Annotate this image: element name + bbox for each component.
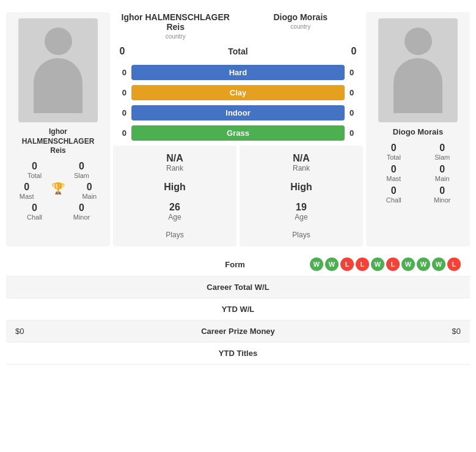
total-score-right: 0 <box>345 46 363 57</box>
player2-avatar <box>378 18 458 122</box>
hard-row: 0 Hard 0 <box>113 65 363 80</box>
ytd-wl-label: YTD W/L <box>15 305 461 314</box>
clay-score-left: 0 <box>113 88 131 97</box>
indoor-row: 0 Indoor 0 <box>113 105 363 120</box>
player2-silhouette <box>394 28 442 113</box>
clay-button[interactable]: Clay <box>131 85 345 100</box>
form-badge-w: W <box>432 257 445 271</box>
grass-score-left: 0 <box>113 128 131 138</box>
hard-score-right: 0 <box>345 68 363 77</box>
player2-chall: 0 Chall <box>371 185 417 204</box>
hard-button[interactable]: Hard <box>131 65 345 80</box>
grass-score-right: 0 <box>345 128 363 138</box>
trophy-icon-container: 🏆 <box>44 182 71 200</box>
player2-stats-grid: 0 Total 0 Slam 0 Mast 0 Main 0 Chall <box>371 143 465 204</box>
player2-plays: Plays <box>246 231 357 239</box>
grass-row: 0 Grass 0 <box>113 125 363 141</box>
player1-stats-row1: 0 Total 0 Slam <box>11 161 105 179</box>
form-badge-w: W <box>371 257 384 271</box>
career-wl-row: Career Total W/L <box>6 276 470 298</box>
player1-plays: Plays <box>119 231 230 239</box>
player1-mast: 0 Mast <box>13 182 40 200</box>
ytd-titles-row: YTD Titles <box>6 343 470 365</box>
player2-total: 0 Total <box>371 143 417 161</box>
player2-age: 19 Age <box>246 202 357 221</box>
form-badge-w: W <box>325 257 339 271</box>
middle-section: Ighor HALMENSCHLAGER Reis country Diogo … <box>113 12 363 246</box>
player2-mast: 0 Mast <box>371 164 417 182</box>
form-badge-w: W <box>310 257 323 271</box>
career-wl-label: Career Total W/L <box>15 283 461 292</box>
prize-right: $0 <box>369 327 461 336</box>
indoor-score-left: 0 <box>113 108 131 117</box>
total-score-left: 0 <box>113 46 131 57</box>
player1-header: Ighor HALMENSCHLAGER Reis country <box>113 12 238 40</box>
form-badge-l: L <box>340 257 354 271</box>
player1-main: 0 Main <box>76 182 103 200</box>
ytd-titles-label: YTD Titles <box>15 349 461 358</box>
avatar-body <box>34 58 82 113</box>
stat-panels: N/A Rank High 26 Age Plays <box>113 146 363 246</box>
form-badges-container: WWLLWLWWWL <box>266 257 461 271</box>
player2-card: Diogo Morais 0 Total 0 Slam 0 Mast 0 Mai… <box>366 12 470 246</box>
clay-score-right: 0 <box>345 88 363 97</box>
trophy-icon: 🏆 <box>51 182 65 195</box>
player1-slam: 0 Slam <box>68 161 95 179</box>
form-badge-l: L <box>386 257 400 271</box>
player1-card: Ighor HALMENSCHLAGER Reis 0 Total 0 Slam… <box>6 12 110 246</box>
total-label: Total <box>131 46 345 56</box>
player1-header-name: Ighor HALMENSCHLAGER Reis <box>113 12 238 32</box>
player2-country: country <box>238 23 364 30</box>
player1-chall: 0 Chall <box>21 202 48 221</box>
player2-rank: N/A Rank <box>246 153 357 172</box>
player2-main: 0 Main <box>420 164 466 182</box>
player2-header: Diogo Morais country <box>238 12 364 30</box>
player1-stats-row3: 0 Chall 0 Minor <box>11 202 105 221</box>
clay-row: 0 Clay 0 <box>113 85 363 100</box>
bottom-section: Form WWLLWLWWWL Career Total W/L YTD W/L… <box>0 253 476 365</box>
player2-minor: 0 Minor <box>420 185 466 204</box>
indoor-score-right: 0 <box>345 108 363 117</box>
form-badge-w: W <box>417 257 430 271</box>
player1-silhouette <box>34 28 82 113</box>
player1-total: 0 Total <box>21 161 48 179</box>
player1-country: country <box>113 33 238 40</box>
form-row: Form WWLLWLWWWL <box>6 253 470 276</box>
player1-minor: 0 Minor <box>68 202 95 221</box>
player1-stat-panel: N/A Rank High 26 Age Plays <box>113 146 236 246</box>
player2-name: Diogo Morais <box>393 127 443 136</box>
form-badge-l: L <box>356 257 369 271</box>
player2-avatar-head <box>405 28 432 55</box>
player1-rank: N/A Rank <box>119 153 230 172</box>
player-names-header: Ighor HALMENSCHLAGER Reis country Diogo … <box>113 12 363 40</box>
player1-stats-row2: 0 Mast 🏆 0 Main <box>11 182 105 200</box>
player1-age: 26 Age <box>119 202 230 221</box>
total-row: 0 Total 0 <box>113 46 363 57</box>
player-section: Ighor HALMENSCHLAGER Reis 0 Total 0 Slam… <box>0 6 476 253</box>
ytd-wl-row: YTD W/L <box>6 298 470 320</box>
player1-avatar <box>18 18 98 122</box>
player1-name: Ighor HALMENSCHLAGER Reis <box>22 127 95 156</box>
player2-stat-panel: N/A Rank High 19 Age Plays <box>240 146 363 246</box>
form-badge-w: W <box>401 257 415 271</box>
career-prize-label: Career Prize Money <box>107 327 369 336</box>
indoor-button[interactable]: Indoor <box>131 105 345 120</box>
player2-slam: 0 Slam <box>420 143 466 161</box>
hard-score-left: 0 <box>113 68 131 77</box>
player2-high: High <box>246 182 357 193</box>
player2-avatar-body <box>394 58 442 113</box>
form-badge-l: L <box>447 257 461 271</box>
player2-header-name: Diogo Morais <box>238 12 364 22</box>
grass-button[interactable]: Grass <box>131 125 345 141</box>
form-label: Form <box>211 260 260 269</box>
player1-stats: 0 Total 0 Slam 0 Mast 🏆 <box>11 161 105 223</box>
main-container: Ighor HALMENSCHLAGER Reis 0 Total 0 Slam… <box>0 0 476 371</box>
player1-high: High <box>119 182 230 193</box>
avatar-head <box>45 28 72 55</box>
prize-left: $0 <box>15 327 107 336</box>
career-prize-row: $0 Career Prize Money $0 <box>6 320 470 343</box>
